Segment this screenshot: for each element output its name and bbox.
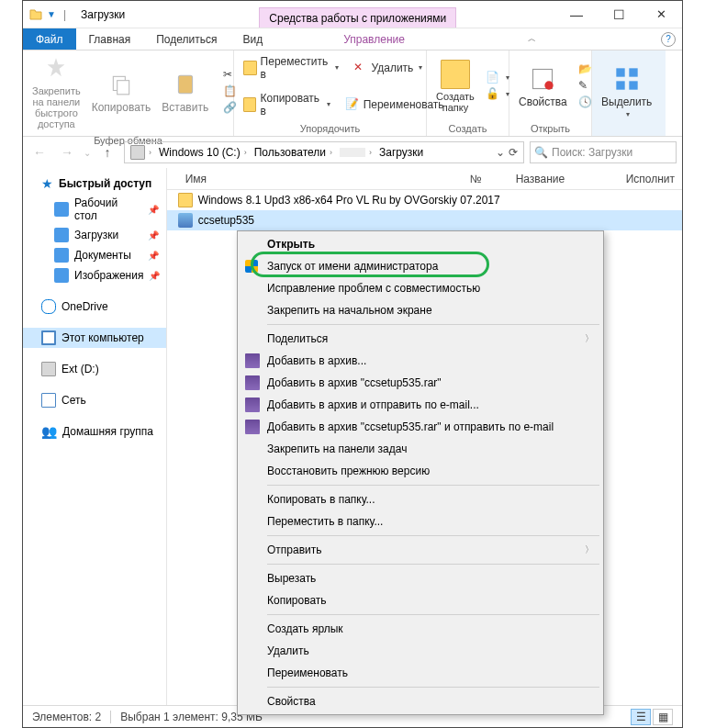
easy-access-button[interactable]: 🔓▾ bbox=[482, 86, 513, 103]
crumb-drive[interactable]: Windows 10 (C:) bbox=[159, 146, 241, 159]
tab-manage[interactable]: Управление bbox=[330, 28, 418, 50]
svg-rect-6 bbox=[629, 68, 637, 76]
ctx-add-email[interactable]: Добавить в архив и отправить по e-mail..… bbox=[240, 394, 601, 416]
ctx-delete[interactable]: Удалить bbox=[240, 640, 601, 662]
ribbon-group-clipboard: Закрепить на панели быстрого доступа Коп… bbox=[23, 50, 234, 136]
ctx-pin-taskbar[interactable]: Закрепить на панели задач bbox=[240, 438, 601, 460]
minimize-button[interactable]: — bbox=[555, 1, 598, 28]
column-headers: Имя № Название Исполнит bbox=[167, 168, 682, 190]
ctx-troubleshoot[interactable]: Исправление проблем с совместимостью bbox=[240, 277, 601, 299]
ribbon: Закрепить на панели быстрого доступа Коп… bbox=[23, 50, 682, 137]
svg-rect-1 bbox=[118, 81, 129, 95]
sidebar-downloads[interactable]: Загрузки📌 bbox=[23, 225, 166, 245]
drive-icon bbox=[130, 145, 145, 160]
ctx-pin-start[interactable]: Закрепить на начальном экране bbox=[240, 299, 601, 321]
ctx-send-to[interactable]: Отправить〉 bbox=[240, 539, 601, 561]
col-num[interactable]: № bbox=[463, 173, 509, 185]
select-button[interactable]: Выделить▾ bbox=[598, 62, 655, 120]
tab-home[interactable]: Главная bbox=[76, 28, 144, 50]
new-item-button[interactable]: 📄▾ bbox=[482, 70, 513, 86]
col-name[interactable]: Имя bbox=[178, 173, 463, 185]
help-button[interactable]: ? bbox=[655, 28, 682, 50]
rename-icon: 📝 bbox=[345, 97, 360, 112]
nav-history-dropdown[interactable]: ⌄ bbox=[84, 148, 91, 158]
pin-icon: 📌 bbox=[149, 271, 160, 281]
separator bbox=[267, 614, 599, 615]
separator bbox=[267, 324, 599, 325]
pc-icon bbox=[41, 330, 56, 345]
list-item[interactable]: Windows 8.1 Upd3 x86-x64 Pro VL Ru by OV… bbox=[167, 190, 682, 210]
ctx-add-archive[interactable]: Добавить в архив... bbox=[240, 350, 601, 372]
sidebar-documents[interactable]: Документы📌 bbox=[23, 245, 166, 265]
sidebar-onedrive[interactable]: OneDrive bbox=[23, 297, 166, 317]
exe-icon bbox=[178, 213, 193, 228]
ribbon-group-open: Свойства 📂▾ ✎ 🕓 Открыть bbox=[509, 50, 592, 136]
move-to-button[interactable]: Переместить в▾ bbox=[240, 54, 342, 82]
app-icon bbox=[28, 7, 43, 22]
ctx-open[interactable]: Открыть bbox=[240, 233, 601, 255]
breadcrumb[interactable]: › Windows 10 (C:)› Пользователи› › Загру… bbox=[124, 141, 524, 163]
copy-button[interactable]: Копировать bbox=[88, 68, 155, 116]
list-item[interactable]: ccsetup535 bbox=[167, 210, 682, 230]
new-folder-button[interactable]: Создать папку bbox=[432, 58, 478, 115]
ctx-run-as-admin[interactable]: Запуск от имени администратора bbox=[240, 255, 601, 277]
search-input[interactable]: 🔍 Поиск: Загрузки bbox=[530, 141, 677, 163]
svg-rect-7 bbox=[616, 81, 624, 89]
sidebar-this-pc[interactable]: Этот компьютер bbox=[23, 328, 166, 348]
ctx-shortcut[interactable]: Создать ярлык bbox=[240, 618, 601, 640]
sidebar-pictures[interactable]: Изображения📌 bbox=[23, 265, 166, 286]
crumb-downloads[interactable]: Загрузки bbox=[379, 146, 423, 159]
ctx-copy-to-folder[interactable]: Копировать в папку... bbox=[240, 488, 601, 510]
details-view-button[interactable]: ☰ bbox=[631, 709, 651, 725]
col-title[interactable]: Название bbox=[509, 173, 619, 185]
svg-rect-5 bbox=[616, 68, 624, 76]
tab-share[interactable]: Поделиться bbox=[143, 28, 229, 50]
up-button[interactable]: ↑ bbox=[96, 141, 118, 163]
sidebar-quick-access[interactable]: ★Быстрый доступ bbox=[23, 174, 166, 194]
tab-view[interactable]: Вид bbox=[229, 28, 275, 50]
sidebar-desktop[interactable]: Рабочий стол📌 bbox=[23, 194, 166, 225]
ctx-share[interactable]: Поделиться〉 bbox=[240, 328, 601, 350]
crumb-redacted[interactable] bbox=[340, 148, 365, 157]
properties-icon bbox=[528, 64, 557, 94]
select-icon bbox=[612, 64, 642, 94]
separator bbox=[267, 485, 599, 486]
tab-file[interactable]: Файл bbox=[23, 28, 76, 50]
archive-icon bbox=[245, 375, 260, 390]
edit-icon: ✎ bbox=[578, 79, 593, 94]
ctx-restore[interactable]: Восстановить прежнюю версию bbox=[240, 460, 601, 482]
separator bbox=[267, 687, 599, 688]
chevron-right-icon: 〉 bbox=[585, 543, 594, 556]
separator bbox=[110, 711, 111, 723]
col-artists[interactable]: Исполнит bbox=[619, 173, 682, 185]
ctx-add-rar[interactable]: Добавить в архив "ccsetup535.rar" bbox=[240, 372, 601, 394]
ctx-copy[interactable]: Копировать bbox=[240, 589, 601, 611]
sidebar-network[interactable]: Сеть bbox=[23, 390, 166, 410]
back-button[interactable]: ← bbox=[28, 141, 50, 163]
down-arrow-icon[interactable]: ▼ bbox=[47, 9, 56, 19]
icons-view-button[interactable]: ▦ bbox=[653, 709, 673, 725]
cloud-icon bbox=[41, 299, 56, 314]
forward-button[interactable]: → bbox=[56, 141, 78, 163]
ctx-add-rar-email[interactable]: Добавить в архив "ccsetup535.rar" и отпр… bbox=[240, 416, 601, 438]
paste-icon bbox=[171, 70, 200, 99]
sidebar-ext-d[interactable]: Ext (D:) bbox=[23, 359, 166, 379]
maximize-button[interactable]: ☐ bbox=[598, 1, 640, 28]
ctx-cut[interactable]: Вырезать bbox=[240, 567, 601, 589]
sidebar-homegroup[interactable]: 👥Домашняя группа bbox=[23, 421, 166, 442]
delete-button[interactable]: ✕Удалить▾ bbox=[350, 54, 427, 82]
downloads-icon bbox=[54, 228, 69, 242]
properties-button[interactable]: Свойства bbox=[515, 62, 571, 110]
crumb-users[interactable]: Пользователи bbox=[254, 146, 326, 159]
ctx-rename[interactable]: Переименовать bbox=[240, 662, 601, 684]
close-button[interactable]: ✕ bbox=[640, 1, 682, 28]
paste-button[interactable]: Вставить bbox=[158, 68, 212, 116]
collapse-ribbon-icon[interactable]: ︿ bbox=[528, 33, 536, 45]
folder-icon bbox=[243, 61, 257, 75]
dropdown-icon[interactable]: ⌄ bbox=[496, 146, 505, 159]
ctx-move-to-folder[interactable]: Переместить в папку... bbox=[240, 510, 601, 532]
ctx-properties[interactable]: Свойства bbox=[240, 690, 601, 712]
copy-to-button[interactable]: Копировать в▾ bbox=[240, 91, 334, 118]
pin-quick-access-button[interactable]: Закрепить на панели быстрого доступа bbox=[28, 52, 84, 131]
refresh-icon[interactable]: ⟳ bbox=[509, 146, 518, 159]
